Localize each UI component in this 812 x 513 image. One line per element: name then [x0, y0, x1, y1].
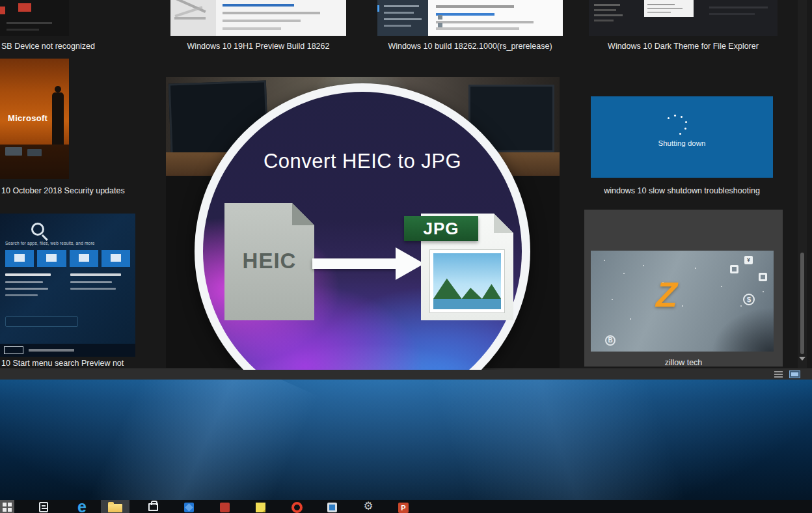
cortana-button-shape: [5, 316, 78, 327]
light-beam: [428, 380, 690, 500]
gallery-item-convert-heic-to-jpg[interactable]: Convert HEIC to JPG HEIC JPG: [166, 77, 560, 370]
item-caption: 10 Start menu search Preview not: [1, 359, 124, 368]
yen-icon: ¥: [744, 256, 753, 264]
red-dialog-block: [0, 7, 5, 14]
microsoft-logo-text: Microsoft: [8, 113, 47, 123]
ui-line: [7, 29, 39, 31]
scrollbar-thumb[interactable]: [800, 253, 804, 354]
item-caption: Windows 10 Dark Theme for File Explorer: [589, 42, 778, 51]
scroll-down-arrow-icon[interactable]: [799, 357, 805, 361]
gallery-item-dark-theme[interactable]: [589, 0, 778, 36]
gallery-item-19h1-preview-build[interactable]: [170, 0, 346, 36]
convert-arrow-icon: [312, 247, 424, 280]
browser-ring-icon[interactable]: [291, 502, 303, 513]
start-button[interactable]: [0, 500, 14, 513]
file-explorer-taskbar-button[interactable]: [101, 500, 129, 513]
jpg-format-banner: JPG: [404, 216, 478, 241]
search-hint-text: Search for apps, files, web results, and…: [5, 241, 95, 245]
gallery-item-shutting-down[interactable]: Shutting down: [591, 96, 773, 178]
speaker-silhouette: [52, 92, 64, 145]
network-dots: [604, 260, 605, 261]
details-view-icon[interactable]: [774, 371, 783, 378]
zillow-photo: ¥ Z $ B: [591, 251, 774, 352]
gallery-item-start-menu-search[interactable]: Search for apps, files, web results, and…: [0, 214, 135, 357]
vertical-scrollbar[interactable]: [798, 0, 807, 368]
settings-gear-icon[interactable]: [362, 500, 374, 513]
item-caption: 10 October 2018 Security updates: [1, 186, 125, 195]
windows-logo-icon: [3, 503, 12, 512]
item-caption: SB Device not recognized: [1, 42, 95, 51]
gallery-item-zillow-tech[interactable]: ¥ Z $ B zillow tech: [584, 210, 783, 367]
laptop-shape: [27, 149, 42, 156]
magnifier-icon: [31, 223, 44, 236]
tech-icon-chip: [730, 265, 738, 273]
spinner-dots-icon: [668, 117, 670, 119]
photos-app-icon[interactable]: [184, 503, 194, 512]
item-caption: Windows 10 build 18262.1000(rs_prereleas…: [377, 42, 563, 51]
app-tiles: [5, 250, 130, 267]
dollar-icon: $: [743, 294, 755, 305]
folder-icon: [108, 504, 122, 512]
heic-title-text: Convert HEIC to JPG: [195, 150, 530, 173]
sticky-notes-icon[interactable]: [256, 503, 265, 512]
search-bar-strip: [0, 344, 135, 357]
heic-file-icon: HEIC: [224, 203, 314, 320]
heic-label: HEIC: [224, 249, 314, 273]
powerpoint-icon[interactable]: P: [398, 503, 409, 513]
result-text-lines: [5, 273, 130, 312]
landscape-photo-thumbnail: [430, 250, 504, 312]
screen: SB Device not recognized Windows 10 19H1…: [0, 0, 812, 513]
gallery-item-security-updates[interactable]: Microsoft: [0, 59, 69, 179]
desktop-wallpaper[interactable]: [0, 380, 812, 500]
gallery-item-usb-device[interactable]: [0, 0, 69, 36]
item-caption: windows 10 slow shutdown troubleshooting: [591, 186, 773, 195]
microsoft-store-icon[interactable]: [148, 503, 158, 511]
explorer-content-area: SB Device not recognized Windows 10 19H1…: [0, 0, 812, 380]
shutting-down-text: Shutting down: [591, 139, 773, 147]
light-beam: [85, 380, 319, 500]
ui-line: [29, 349, 74, 352]
powerpoint-letter: P: [401, 504, 405, 512]
light-app-icon[interactable]: [327, 503, 337, 512]
gallery-item-build-18262[interactable]: [377, 0, 563, 36]
edge-browser-icon[interactable]: e: [77, 500, 87, 513]
large-thumbnails-view-icon[interactable]: [789, 370, 800, 378]
zillow-logo: Z: [656, 277, 677, 312]
water: [433, 299, 501, 309]
taskbar: e P: [0, 500, 812, 513]
search-box-outline: [4, 346, 23, 354]
laptop-shape: [5, 147, 22, 156]
red-dialog-block: [18, 3, 31, 12]
task-view-icon[interactable]: [39, 502, 48, 512]
item-caption: zillow tech: [584, 358, 783, 367]
hand-silhouette: [710, 306, 774, 352]
accent-bar: [377, 5, 379, 12]
red-app-icon[interactable]: [220, 503, 230, 512]
tech-icon-chip: [759, 273, 767, 281]
item-caption: Windows 10 19H1 Preview Build 18262: [170, 42, 346, 51]
ui-line: [7, 22, 52, 24]
b-badge-icon: B: [605, 335, 616, 346]
